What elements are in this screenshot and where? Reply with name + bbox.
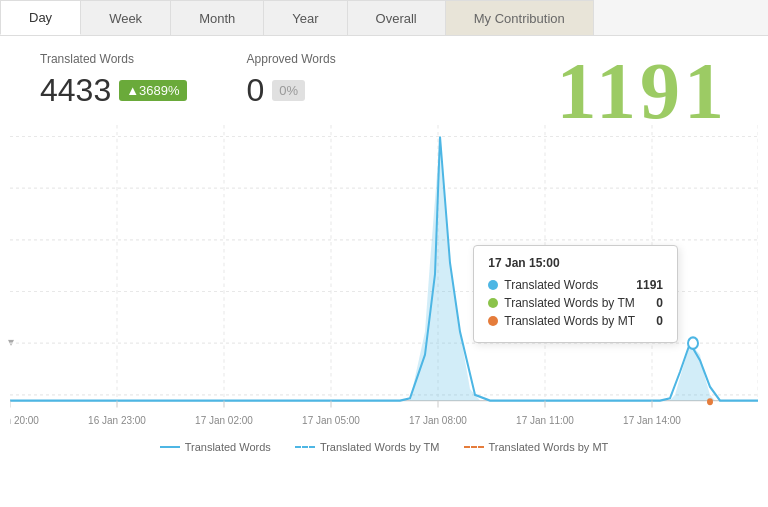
tab-day-label: Day xyxy=(29,10,52,25)
tooltip-dot-3 xyxy=(488,316,498,326)
tooltip-title: 17 Jan 15:00 xyxy=(488,256,663,270)
orange-dot xyxy=(707,398,713,405)
svg-text:17 Jan 11:00: 17 Jan 11:00 xyxy=(516,413,574,426)
stats-area: Translated Words 4433 ▲3689% Approved Wo… xyxy=(0,36,768,125)
legend-item-translated: Translated Words xyxy=(160,441,271,453)
legend-label-translated: Translated Words xyxy=(185,441,271,453)
approved-stat: Approved Words 0 0% xyxy=(247,52,336,109)
svg-text:17 Jan 14:00: 17 Jan 14:00 xyxy=(623,413,681,426)
svg-marker-14 xyxy=(400,136,480,400)
tab-year[interactable]: Year xyxy=(263,0,347,35)
tooltip-val-1: 1191 xyxy=(636,278,663,292)
svg-text:17 Jan 08:00: 17 Jan 08:00 xyxy=(409,413,467,426)
svg-text:16 Jan 20:00: 16 Jan 20:00 xyxy=(10,413,39,426)
tab-month[interactable]: Month xyxy=(170,0,264,35)
tab-bar: Day Week Month Year Overall My Contribut… xyxy=(0,0,768,36)
tab-overall-label: Overall xyxy=(376,11,417,26)
chart-wrapper: 16 Jan 20:00 16 Jan 23:00 17 Jan 02:00 1… xyxy=(10,125,758,435)
chart-tooltip: 17 Jan 15:00 Translated Words 1191 Trans… xyxy=(473,245,678,343)
legend-line-translated xyxy=(160,446,180,448)
svg-text:17 Jan 05:00: 17 Jan 05:00 xyxy=(302,413,360,426)
tab-week[interactable]: Week xyxy=(80,0,171,35)
translated-stat: Translated Words 4433 ▲3689% xyxy=(40,52,187,109)
tab-week-label: Week xyxy=(109,11,142,26)
legend-label-mt: Translated Words by MT xyxy=(489,441,609,453)
tab-year-label: Year xyxy=(292,11,318,26)
tooltip-label-3: Translated Words by MT xyxy=(504,314,635,328)
chart-dot xyxy=(688,337,698,348)
tooltip-row-2: Translated Words by TM 0 xyxy=(488,296,663,310)
approved-value-row: 0 0% xyxy=(247,72,336,109)
legend-line-mt xyxy=(464,446,484,448)
svg-text:16 Jan 23:00: 16 Jan 23:00 xyxy=(88,413,146,426)
legend-line-tm xyxy=(295,446,315,448)
legend-item-tm: Translated Words by TM xyxy=(295,441,440,453)
svg-marker-15 xyxy=(670,343,715,400)
tooltip-row-1: Translated Words 1191 xyxy=(488,278,663,292)
chart-legend: Translated Words Translated Words by TM … xyxy=(0,435,768,457)
tooltip-label-1: Translated Words xyxy=(504,278,598,292)
tooltip-row-3: Translated Words by MT 0 xyxy=(488,314,663,328)
tooltip-val-2: 0 xyxy=(643,296,663,310)
tab-month-label: Month xyxy=(199,11,235,26)
translated-badge: ▲3689% xyxy=(119,80,186,101)
tab-overall[interactable]: Overall xyxy=(347,0,446,35)
approved-badge: 0% xyxy=(272,80,305,101)
translated-value-row: 4433 ▲3689% xyxy=(40,72,187,109)
tab-my-contribution[interactable]: My Contribution xyxy=(445,0,594,35)
tooltip-dot-1 xyxy=(488,280,498,290)
legend-item-mt: Translated Words by MT xyxy=(464,441,609,453)
big-number: 1191 xyxy=(556,46,728,137)
translated-label: Translated Words xyxy=(40,52,187,66)
approved-label: Approved Words xyxy=(247,52,336,66)
tooltip-val-3: 0 xyxy=(643,314,663,328)
tab-day[interactable]: Day xyxy=(0,0,81,35)
tooltip-dot-2 xyxy=(488,298,498,308)
tooltip-label-2: Translated Words by TM xyxy=(504,296,635,310)
approved-number: 0 xyxy=(247,72,265,109)
legend-label-tm: Translated Words by TM xyxy=(320,441,440,453)
tab-my-contribution-label: My Contribution xyxy=(474,11,565,26)
svg-text:17 Jan 02:00: 17 Jan 02:00 xyxy=(195,413,253,426)
translated-number: 4433 xyxy=(40,72,111,109)
